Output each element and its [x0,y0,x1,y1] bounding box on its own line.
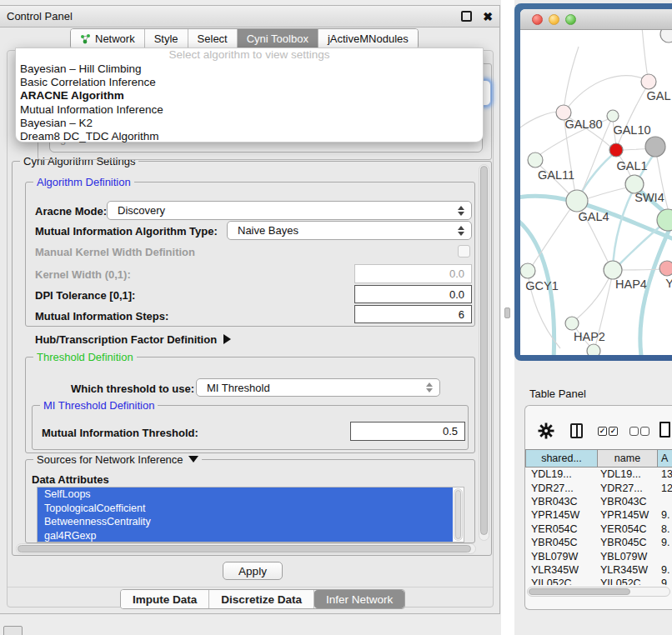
network-edge [613,191,633,270]
table-header-row: shared... name A [525,449,672,468]
minimize-traffic-light-icon[interactable] [549,14,559,25]
network-node-green-left[interactable] [528,152,543,168]
table-row[interactable]: YDL19... YDL19... 13 [525,468,672,481]
network-node-pink-right[interactable] [659,261,672,276]
attribute-item[interactable]: BetweennessCentrality [38,515,453,529]
algorithm-option[interactable]: ARACNE Algorithm [16,89,483,102]
mi-steps-value: 6 [459,308,464,321]
divider-grip[interactable] [504,308,510,318]
algorithm-option[interactable]: Bayesian – Hill Climbing [16,62,483,76]
table-row[interactable]: YER054C YER054C 8. [525,522,672,536]
table-body: YDL19... YDL19... 13 YDR27... YDR27... 1… [525,468,672,585]
network-node-gray[interactable] [645,137,665,157]
table-row[interactable]: YLR345W YLR345W 9. [525,563,672,577]
network-node-top-right[interactable] [660,30,672,42]
aracne-mode-combo[interactable]: Discovery [107,201,472,220]
dpi-tolerance-field[interactable]: 0.0 [354,285,472,303]
checked-box-icon[interactable]: ✓ [598,427,607,436]
network-node-hap4[interactable] [604,261,622,279]
network-window-titlebar [520,9,672,30]
close-traffic-light-icon[interactable] [532,14,543,25]
table-horizontal-scrollbar[interactable] [527,587,670,597]
tab-label: Infer Network [326,593,393,606]
table-row[interactable]: YIL052C YIL052C 9 [525,577,672,585]
network-node-label: GAL4 [578,210,609,223]
algorithm-option[interactable]: Mutual Information Inference [16,103,483,117]
collapsed-arrow-icon [223,334,231,344]
spinner-arrows-icon [426,382,433,392]
tab-cyni-toolbox[interactable]: Cyni Toolbox [238,29,318,48]
network-node-label: GAL1 [616,159,647,172]
mi-type-combo[interactable]: Naive Bayes [227,221,472,240]
settings-vertical-scrollbar[interactable] [479,164,489,541]
attribute-item[interactable]: gal4RGexp [38,529,453,543]
tab-discretize-data[interactable]: Discretize Data [209,590,314,608]
tab-impute-data[interactable]: Impute Data [121,590,209,608]
algorithm-option[interactable]: Basic Correlation Inference [16,76,483,89]
kernel-width-value: 0.0 [449,268,464,280]
mi-type-value: Naive Bayes [238,224,298,237]
table-row[interactable]: YDR27... YDR27... 12 [525,481,672,494]
header-third-column[interactable]: A [658,449,672,468]
unchecked-box-icon[interactable] [640,427,649,436]
which-threshold-combo[interactable]: MI Threshold [196,378,440,397]
cell-value: 9 [658,578,672,585]
kernel-width-field[interactable]: 0.0 [354,264,472,283]
dpi-tolerance-label: DPI Tolerance [0,1]: [35,289,135,302]
cell-name: YLR345W [598,564,658,576]
algorithm-option[interactable]: Bayesian – K2 [16,117,483,130]
control-panel-tabbar: Network Style Select Cyni Toolbox jActiv… [70,28,419,49]
network-node-label: GCY1 [525,279,559,292]
tab-jactivemnodules[interactable]: jActiveMNodules [318,29,418,48]
table-row[interactable]: YBR045C YBR045C 9. [525,536,672,549]
network-edge [575,272,612,320]
gear-icon[interactable] [538,422,554,439]
network-node-green-top[interactable] [607,110,619,122]
aracne-mode-label: Aracne Mode: [35,205,107,218]
document-icon[interactable] [659,422,670,438]
corner-widget[interactable] [3,626,23,635]
checked-box-icon[interactable]: ✓ [609,427,618,436]
table-row[interactable]: YBR043C YBR043C [525,495,672,508]
unchecked-box-icon[interactable] [629,427,639,436]
tab-network[interactable]: Network [71,29,145,48]
header-shared-name[interactable]: shared... [525,449,598,468]
mi-steps-field[interactable]: 6 [354,305,472,323]
hub-definition-toggle[interactable]: Hub/Transcription Factor Definition [35,333,231,346]
cell-value: 8. [658,523,672,535]
tab-style[interactable]: Style [145,29,188,48]
network-node-gal4[interactable] [566,190,588,212]
header-name[interactable]: name [598,449,658,468]
network-node-pink-top[interactable] [641,74,656,89]
table-row[interactable]: YBL079W YBL079W [525,549,672,562]
manual-kernel-checkbox[interactable] [458,245,470,258]
network-node-label: GAL10 [613,123,650,137]
column-layout-icon[interactable] [570,423,583,438]
attribute-item[interactable]: SelfLoops [38,488,453,502]
tab-select[interactable]: Select [188,29,238,48]
network-node-red[interactable] [609,143,623,157]
float-window-icon[interactable] [461,11,472,22]
attributes-scrollbar[interactable] [454,488,463,541]
network-node-gcy1[interactable] [520,263,535,278]
cell-shared-name: YIL052C [525,578,598,585]
zoom-traffic-light-icon[interactable] [565,14,576,25]
cell-name: YDR27... [598,482,658,494]
network-node-label: Y [665,277,672,290]
tab-infer-network[interactable]: Infer Network [314,590,404,608]
table-row[interactable]: YPR145W YPR145W 9. [525,508,672,522]
algorithm-option[interactable]: Dream8 DC_TDC Algorithm [16,130,483,143]
network-canvas[interactable]: GALGAL80GAL10GAL11GAL1SWI4GAL4GCY1HAP4YH… [520,30,672,355]
close-icon[interactable]: ✖ [483,11,493,22]
cell-shared-name: YPR145W [525,509,598,521]
network-node-label: GAL [646,89,670,102]
apply-button[interactable]: Apply [223,562,283,580]
settings-horizontal-scrollbar[interactable] [16,543,476,554]
cell-value: 9. [658,537,672,548]
attribute-item[interactable]: TopologicalCoefficient [38,502,453,516]
sources-toggle[interactable]: Sources for Network Inference [33,453,202,466]
mi-threshold-field[interactable]: 0.5 [350,422,465,441]
network-node-bottom[interactable] [587,344,600,355]
hub-definition-label: Hub/Transcription Factor Definition [35,333,217,346]
network-node-hap2[interactable] [565,317,579,330]
